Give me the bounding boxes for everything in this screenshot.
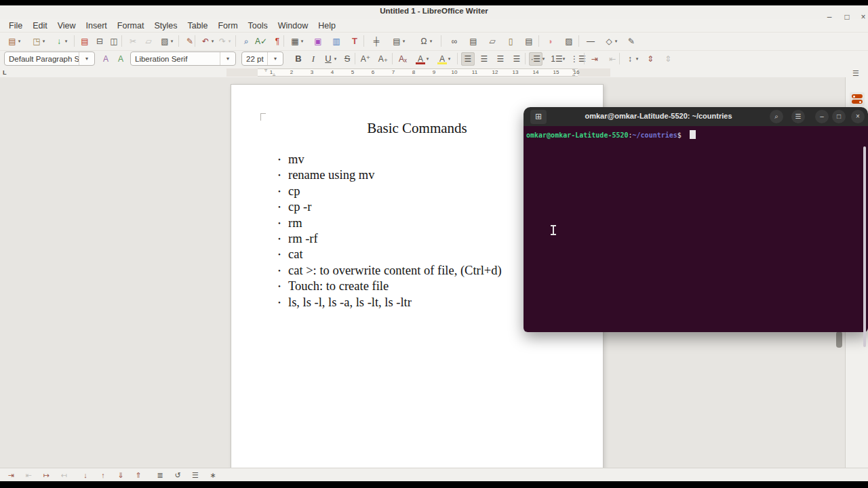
no-list-icon[interactable]: ☰	[189, 469, 202, 481]
first-line-indent-marker[interactable]: ▿	[264, 68, 267, 73]
decrease-paragraph-spacing-button[interactable]: ⇕	[661, 52, 675, 66]
bullet-list-dropdown[interactable]: ▾	[540, 52, 547, 66]
new-document-dropdown[interactable]: ▾	[16, 35, 22, 48]
unnumbered-entry-icon[interactable]: ≣	[153, 469, 167, 481]
basic-shapes-dropdown[interactable]: ▾	[613, 35, 619, 48]
ruler-number[interactable]: 13	[511, 69, 519, 75]
line-spacing-dropdown[interactable]: ▾	[634, 52, 640, 66]
paragraph-style-combo[interactable]: Default Paragraph Sty ▾	[4, 52, 95, 66]
open-file-dropdown[interactable]: ▾	[41, 35, 47, 48]
insert-comment-icon[interactable]: ◗	[544, 35, 557, 48]
ruler-number[interactable]: 3	[308, 69, 316, 75]
ruler-number[interactable]: 15	[552, 69, 560, 75]
chevron-down-icon[interactable]: ▾	[79, 52, 94, 65]
spelling-icon[interactable]: A✓	[254, 35, 268, 48]
insert-field-dropdown[interactable]: ▾	[401, 35, 407, 48]
font-name-combo[interactable]: Liberation Serif ▾	[130, 52, 236, 66]
draw-functions-icon[interactable]: ✎	[625, 35, 638, 48]
menu-item[interactable]: Edit	[31, 21, 50, 30]
move-up-subpoints-icon[interactable]: ⇑	[132, 469, 145, 481]
chevron-down-icon[interactable]: ▾	[220, 52, 235, 65]
tab-stop-selector[interactable]: L	[3, 69, 7, 76]
move-item-down-icon[interactable]: ↓	[79, 469, 92, 481]
menu-item[interactable]: Form	[216, 21, 239, 30]
menu-item[interactable]: Insert	[84, 21, 109, 30]
ruler-number[interactable]: 14	[532, 69, 540, 75]
print-preview-icon[interactable]: ◫	[107, 35, 121, 48]
insert-footnote-icon[interactable]: ▤	[467, 35, 480, 48]
right-indent-marker-lower[interactable]: ▵	[572, 73, 575, 77]
superscript-button[interactable]: A⁺	[359, 52, 372, 66]
ruler-number[interactable]: 11	[471, 69, 479, 75]
vertical-scrollbar-thumb[interactable]	[836, 331, 842, 348]
restart-numbering-icon[interactable]: ↺	[171, 469, 184, 481]
hyperlink-icon[interactable]: ∞	[448, 35, 461, 48]
increase-indent-button[interactable]: ⇥	[588, 52, 601, 66]
cut-icon[interactable]: ✂	[126, 35, 140, 48]
decrease-indent-button[interactable]: ⇤	[606, 52, 619, 66]
left-indent-marker[interactable]: ▵	[273, 73, 275, 77]
menu-item[interactable]: Window	[276, 21, 310, 30]
ruler-number[interactable]: 10	[450, 69, 458, 75]
export-pdf-icon[interactable]: ▤	[78, 35, 92, 48]
italic-button[interactable]: I	[307, 52, 320, 66]
ruler-number[interactable]: 6	[369, 69, 377, 75]
cross-reference-icon[interactable]: ▤	[522, 35, 536, 48]
ruler-number[interactable]: 9	[430, 69, 438, 75]
menu-item[interactable]: Help	[316, 21, 338, 30]
update-style-icon[interactable]: A	[99, 52, 113, 66]
insert-bookmark-icon[interactable]: ▯	[504, 35, 517, 48]
new-tab-button[interactable]: ⊞	[530, 110, 547, 124]
promote-with-subpoints-icon[interactable]: ↤	[57, 469, 71, 481]
insert-image-icon[interactable]: ▣	[311, 35, 325, 48]
demote-with-subpoints-icon[interactable]: ↦	[39, 469, 53, 481]
demote-outline-icon[interactable]: ⇥	[4, 469, 18, 481]
find-replace-icon[interactable]: ⌕	[239, 35, 253, 48]
menu-item[interactable]: View	[56, 21, 78, 30]
terminal-scrollbar[interactable]	[863, 146, 866, 347]
terminal-search-button[interactable]: ⌕	[770, 110, 783, 123]
print-icon[interactable]: ⊟	[93, 35, 106, 48]
justify-button[interactable]: ☰	[510, 52, 524, 66]
horizontal-ruler[interactable]: L 12345678910111213141516 ▿ ▵ ▿ ▵	[0, 68, 868, 77]
increase-paragraph-spacing-button[interactable]: ⇕	[644, 52, 657, 66]
ruler-number[interactable]: 12	[491, 69, 499, 75]
new-style-icon[interactable]: A	[114, 52, 127, 66]
sidebar-settings-icon[interactable]: ☰	[852, 69, 859, 78]
move-down-subpoints-icon[interactable]: ⇓	[114, 469, 127, 481]
font-size-combo[interactable]: 22 pt ▾	[241, 52, 283, 66]
insert-chart-icon[interactable]: ▥	[330, 35, 343, 48]
align-center-button[interactable]: ☰	[477, 52, 491, 66]
terminal-body[interactable]: omkar@omkar-Latitude-5520:~/countries$	[524, 126, 868, 332]
menu-item[interactable]: Format	[115, 21, 146, 30]
special-character-dropdown[interactable]: ▾	[428, 35, 434, 48]
ruler-number[interactable]: 2	[288, 69, 296, 75]
undo-dropdown[interactable]: ▾	[210, 35, 216, 48]
underline-dropdown[interactable]: ▾	[332, 52, 338, 66]
menu-item[interactable]: Table	[185, 21, 210, 30]
subscript-button[interactable]: A₊	[376, 52, 390, 66]
insert-textbox-icon[interactable]: T	[348, 35, 361, 48]
terminal-maximize-button[interactable]: □	[832, 110, 846, 123]
terminal-minimize-button[interactable]: –	[815, 110, 829, 123]
bold-button[interactable]: B	[292, 52, 305, 66]
move-item-up-icon[interactable]: ↑	[96, 469, 110, 481]
terminal-close-button[interactable]: ×	[851, 110, 865, 123]
horizontal-line-icon[interactable]: —	[584, 35, 597, 48]
menu-item[interactable]: Styles	[152, 21, 179, 30]
ruler-number[interactable]: 8	[410, 69, 418, 75]
font-color-dropdown[interactable]: ▾	[425, 52, 431, 66]
menu-item[interactable]: File	[7, 21, 24, 30]
ruler-number[interactable]: 4	[328, 69, 336, 75]
properties-deck-icon[interactable]	[850, 92, 865, 106]
ruler-number[interactable]: 7	[389, 69, 397, 75]
save-dropdown[interactable]: ▾	[63, 35, 69, 48]
formatting-marks-icon[interactable]: ¶	[271, 35, 284, 48]
track-changes-icon[interactable]: ▨	[562, 35, 576, 48]
align-right-button[interactable]: ☰	[494, 52, 507, 66]
chevron-down-icon[interactable]: ▾	[267, 52, 283, 65]
align-left-button[interactable]: ☰	[461, 52, 475, 66]
clear-formatting-button[interactable]: Aₓ	[396, 52, 410, 66]
insert-endnote-icon[interactable]: ▱	[486, 35, 499, 48]
menu-item[interactable]: Tools	[246, 21, 270, 30]
